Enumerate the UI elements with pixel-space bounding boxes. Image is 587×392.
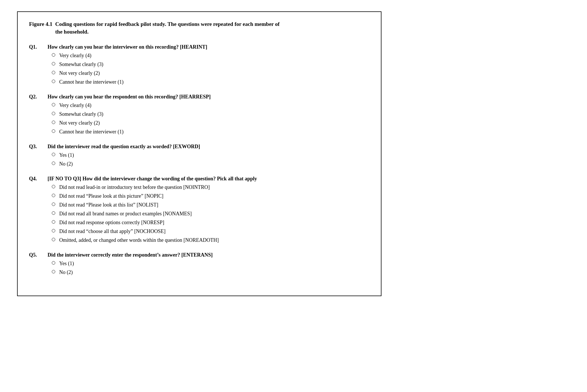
circle-bullet-icon [52, 229, 55, 232]
circle-bullet-icon [52, 270, 55, 273]
list-item: Somewhat clearly (3) [52, 110, 370, 118]
options-list-q2: Very clearly (4)Somewhat clearly (3)Not … [52, 102, 370, 136]
question-number-q2: Q2. [29, 94, 42, 100]
circle-bullet-icon [52, 185, 55, 188]
question-block-q4: Q4.[IF NO TO Q3] How did the interviewer… [29, 176, 370, 244]
figure-title-text: Coding questions for rapid feedback pilo… [55, 20, 280, 36]
question-number-q1: Q1. [29, 44, 42, 50]
question-line-q5: Q5.Did the interviewer correctly enter t… [29, 252, 370, 258]
question-tag-q5: [ENTERANS] [181, 252, 213, 258]
circle-bullet-icon [52, 203, 55, 206]
question-text-q5: Did the interviewer correctly enter the … [48, 252, 213, 258]
list-item: Did not read “Please look at this pictur… [52, 192, 370, 200]
question-number-q5: Q5. [29, 252, 42, 258]
circle-bullet-icon [52, 129, 55, 133]
circle-bullet-icon [52, 261, 55, 265]
option-text-q4-3: Did not read all brand names or product … [59, 210, 192, 218]
list-item: Cannot hear the interviewer (1) [52, 78, 370, 86]
circle-bullet-icon [52, 71, 55, 74]
options-list-q3: Yes (1)No (2) [52, 151, 370, 168]
question-number-q3: Q3. [29, 144, 42, 150]
circle-bullet-icon [52, 62, 55, 65]
list-item: Cannot hear the interviewer (1) [52, 128, 370, 136]
list-item: Somewhat clearly (3) [52, 61, 370, 68]
option-text-q2-2: Not very clearly (2) [59, 119, 100, 127]
list-item: Did not read lead-in or introductory tex… [52, 183, 370, 191]
question-tag-q2: [HEARRESP] [179, 94, 211, 100]
circle-bullet-icon [52, 211, 55, 215]
list-item: Not very clearly (2) [52, 119, 370, 127]
question-text-q2: How clearly can you hear the respondent … [48, 94, 211, 100]
circle-bullet-icon [52, 220, 55, 224]
question-text-q1: How clearly can you hear the interviewer… [48, 44, 207, 50]
options-list-q5: Yes (1)No (2) [52, 260, 370, 276]
question-line-q4: Q4.[IF NO TO Q3] How did the interviewer… [29, 176, 370, 182]
circle-bullet-icon [52, 153, 55, 156]
question-block-q2: Q2.How clearly can you hear the responde… [29, 94, 370, 136]
option-text-q2-0: Very clearly (4) [59, 102, 91, 109]
option-text-q1-0: Very clearly (4) [59, 52, 91, 59]
question-block-q1: Q1.How clearly can you hear the intervie… [29, 44, 370, 86]
list-item: Yes (1) [52, 260, 370, 267]
list-item: Did not read “choose all that apply” [NO… [52, 228, 370, 235]
circle-bullet-icon [52, 194, 55, 197]
list-item: Omitted, added, or changed other words w… [52, 236, 370, 244]
list-item: Not very clearly (2) [52, 69, 370, 77]
list-item: Yes (1) [52, 151, 370, 159]
question-block-q5: Q5.Did the interviewer correctly enter t… [29, 252, 370, 276]
list-item: Very clearly (4) [52, 102, 370, 109]
list-item: Did not read all brand names or product … [52, 210, 370, 218]
question-line-q3: Q3.Did the interviewer read the question… [29, 144, 370, 150]
options-list-q1: Very clearly (4)Somewhat clearly (3)Not … [52, 52, 370, 86]
figure-label: Figure 4.1 [29, 20, 52, 36]
question-text-q4: [IF NO TO Q3] How did the interviewer ch… [48, 176, 257, 182]
option-text-q5-0: Yes (1) [59, 260, 74, 267]
option-text-q1-1: Somewhat clearly (3) [59, 61, 103, 68]
option-text-q4-1: Did not read “Please look at this pictur… [59, 192, 163, 200]
figure-title-line1: Coding questions for rapid feedback pilo… [55, 20, 280, 28]
list-item: No (2) [52, 269, 370, 276]
figure-container: Figure 4.1 Coding questions for rapid fe… [17, 11, 381, 296]
list-item: No (2) [52, 160, 370, 168]
list-item: Did not read “Please look at this list” … [52, 201, 370, 209]
figure-title-line2: the household. [55, 28, 280, 36]
question-tag-q1: [HEARINT] [180, 44, 207, 50]
circle-bullet-icon [52, 53, 55, 57]
figure-title: Figure 4.1 Coding questions for rapid fe… [29, 20, 370, 36]
question-line-q1: Q1.How clearly can you hear the intervie… [29, 44, 370, 50]
question-tag-q3: [EXWORD] [173, 144, 200, 149]
circle-bullet-icon [52, 162, 55, 165]
list-item: Very clearly (4) [52, 52, 370, 59]
circle-bullet-icon [52, 121, 55, 124]
question-line-q2: Q2.How clearly can you hear the responde… [29, 94, 370, 100]
option-text-q4-2: Did not read “Please look at this list” … [59, 201, 158, 209]
circle-bullet-icon [52, 112, 55, 115]
option-text-q3-1: No (2) [59, 160, 73, 168]
option-text-q2-3: Cannot hear the interviewer (1) [59, 128, 124, 136]
option-text-q1-3: Cannot hear the interviewer (1) [59, 78, 124, 86]
circle-bullet-icon [52, 103, 55, 106]
question-text-q3: Did the interviewer read the question ex… [48, 144, 200, 150]
options-list-q4: Did not read lead-in or introductory tex… [52, 183, 370, 244]
option-text-q5-1: No (2) [59, 269, 73, 276]
circle-bullet-icon [52, 238, 55, 241]
option-text-q3-0: Yes (1) [59, 151, 74, 159]
option-text-q1-2: Not very clearly (2) [59, 69, 100, 77]
questions-container: Q1.How clearly can you hear the intervie… [29, 44, 370, 276]
question-block-q3: Q3.Did the interviewer read the question… [29, 144, 370, 168]
option-text-q4-5: Did not read “choose all that apply” [NO… [59, 228, 165, 235]
question-number-q4: Q4. [29, 176, 42, 182]
option-text-q2-1: Somewhat clearly (3) [59, 110, 103, 118]
list-item: Did not read response options correctly … [52, 219, 370, 226]
circle-bullet-icon [52, 80, 55, 83]
option-text-q4-4: Did not read response options correctly … [59, 219, 164, 226]
option-text-q4-6: Omitted, added, or changed other words w… [59, 236, 219, 244]
option-text-q4-0: Did not read lead-in or introductory tex… [59, 183, 210, 191]
